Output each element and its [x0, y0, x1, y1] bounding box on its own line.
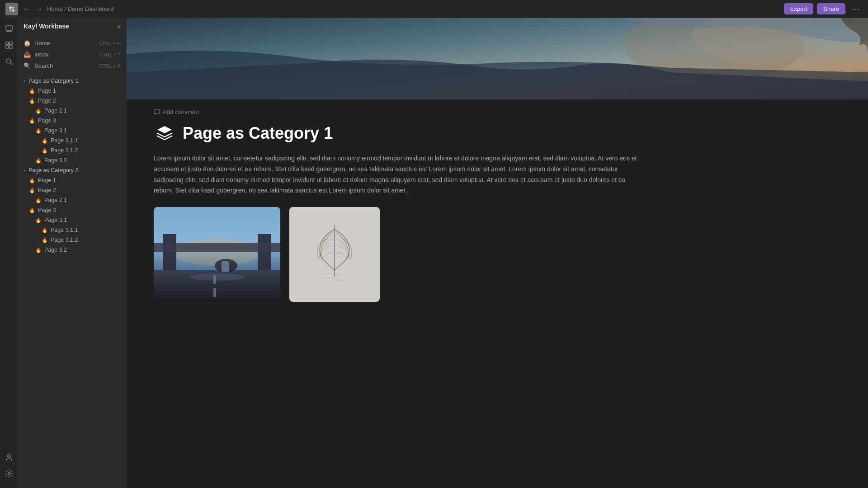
sidebar-item-cat1-page3-2[interactable]: 🔥 Page 3.2 + ··· — [18, 155, 126, 165]
cat1-page2-more[interactable]: ··· — [116, 98, 121, 104]
more-button[interactable]: ⋯ — [849, 3, 863, 15]
cat2-page2-1-more[interactable]: ··· — [116, 197, 121, 203]
svg-line-11 — [10, 63, 12, 65]
cat1-page3-add[interactable]: + — [111, 117, 114, 124]
cat2-page3-1-more[interactable]: ··· — [116, 217, 121, 223]
cat1-page3-2-more[interactable]: ··· — [116, 157, 121, 164]
sidebar-item-cat2-page3[interactable]: 🔥 Page 3 + ··· — [18, 205, 126, 215]
cat1-page2-add[interactable]: + — [111, 98, 114, 104]
comment-icon — [154, 109, 160, 115]
cat2-page3-add[interactable]: + — [111, 207, 114, 213]
sidebar-item-search[interactable]: 🔍 Search CTRL + K — [18, 60, 126, 71]
sidebar-item-cat2-page2[interactable]: 🔥 Page 2 + ··· — [18, 185, 126, 195]
pages-icon-btn[interactable] — [2, 22, 16, 36]
settings-icon-btn[interactable] — [2, 466, 16, 481]
share-button[interactable]: Share — [817, 3, 845, 14]
cat1-page3-2-label: Page 3.2 — [44, 157, 67, 164]
category1-add[interactable]: + — [111, 78, 114, 84]
cat1-page3-2-add[interactable]: + — [111, 157, 114, 164]
sidebar-item-cat2-page3-1-1[interactable]: 🔥 Page 3.1.1 + ··· — [18, 225, 126, 235]
sidebar-item-cat2-page3-2[interactable]: 🔥 Page 3.2 + ··· — [18, 245, 126, 255]
search-icon: 🔍 — [24, 62, 31, 69]
search-icon-btn[interactable] — [2, 54, 16, 69]
export-button[interactable]: Export — [784, 3, 814, 14]
svg-point-13 — [8, 473, 10, 475]
cat1-page1-more[interactable]: ··· — [116, 88, 121, 94]
sidebar-item-cat2-page3-1-2[interactable]: 🔥 Page 3.1.2 + ··· — [18, 235, 126, 245]
cat1-page3-1-1-more[interactable]: ··· — [116, 137, 121, 144]
page-title-icon — [154, 122, 175, 144]
cat2-page3-1-2-label: Page 3.1.2 — [51, 237, 78, 243]
sidebar-item-category2[interactable]: ▾ Page as Category 2 + ··· — [18, 165, 126, 175]
category1-more[interactable]: ··· — [116, 78, 121, 84]
page-icon: 🔥 — [35, 217, 42, 223]
cat2-page3-1-add[interactable]: + — [111, 217, 114, 223]
page-title: Page as Category 1 — [183, 124, 333, 143]
sidebar-item-inbox[interactable]: 📥 Inbox CTRL + T — [18, 49, 126, 60]
cat2-page2-1-add[interactable]: + — [111, 197, 114, 203]
forward-button[interactable]: → — [34, 5, 44, 14]
page-body: Lorem ipsum dolor sit amet, consetetur s… — [154, 153, 642, 196]
cat2-page3-1-1-add[interactable]: + — [111, 227, 114, 233]
cat2-page2-add[interactable]: + — [111, 187, 114, 193]
page-icon: 🔥 — [29, 188, 35, 193]
svg-point-1 — [12, 7, 14, 9]
svg-rect-6 — [6, 42, 9, 45]
cat1-page3-1-label: Page 3.1 — [44, 127, 67, 134]
page-icon: 🔥 — [42, 237, 48, 243]
cat1-page3-1-2-more[interactable]: ··· — [116, 147, 121, 154]
sidebar-item-cat2-page2-1[interactable]: 🔥 Page 2.1 + ··· — [18, 195, 126, 205]
cat1-page2-1-add[interactable]: + — [111, 108, 114, 114]
cat1-page3-1-1-add[interactable]: + — [111, 137, 114, 144]
sidebar-item-cat1-page2-1[interactable]: 🔥 Page 2.1 + ··· — [18, 106, 126, 116]
svg-rect-17 — [154, 109, 160, 113]
cat2-page3-more[interactable]: ··· — [116, 207, 121, 213]
page-icon: 🔥 — [29, 98, 35, 104]
sidebar-item-cat1-page3-1-2[interactable]: 🔥 Page 3.1.2 + ··· — [18, 145, 126, 155]
cat2-page1-add[interactable]: + — [111, 177, 114, 183]
sidebar-item-home[interactable]: 🏠 Home CTRL + H — [18, 38, 126, 49]
category2-more[interactable]: ··· — [116, 167, 121, 174]
cat2-page3-1-1-more[interactable]: ··· — [116, 227, 121, 233]
category2-add[interactable]: + — [111, 167, 114, 174]
breadcrumb: Home / Demo Dashboard — [47, 5, 113, 12]
sidebar-item-cat2-page1[interactable]: 🔥 Page 1 + ··· — [18, 175, 126, 185]
back-button[interactable]: ← — [22, 5, 32, 14]
cat1-page3-label: Page 3 — [38, 117, 56, 124]
breadcrumb-home[interactable]: Home — [47, 5, 63, 12]
page-icon: 🔥 — [35, 158, 42, 164]
cat2-page2-more[interactable]: ··· — [116, 187, 121, 193]
sidebar-collapse-button[interactable]: « — [117, 23, 121, 30]
cat1-page3-1-more[interactable]: ··· — [116, 127, 121, 134]
sidebar-item-cat1-page2[interactable]: 🔥 Page 2 + ··· — [18, 96, 126, 106]
sidebar-item-category1[interactable]: ▾ Page as Category 1 + ··· — [18, 76, 126, 86]
app-logo — [5, 3, 18, 15]
cat2-page3-2-more[interactable]: ··· — [116, 247, 121, 253]
cat1-page3-more[interactable]: ··· — [116, 117, 121, 124]
cat2-page3-1-2-add[interactable]: + — [111, 237, 114, 243]
cat2-page3-1-2-more[interactable]: ··· — [116, 237, 121, 243]
cat1-page3-1-add[interactable]: + — [111, 127, 114, 134]
breadcrumb-current: Demo Dashboard — [68, 5, 114, 12]
sidebar-item-cat1-page3-1-1[interactable]: 🔥 Page 3.1.1 + ··· — [18, 136, 126, 145]
inbox-shortcut: CTRL + T — [99, 52, 121, 57]
add-comment-bar[interactable]: Add comment — [154, 108, 642, 115]
cat1-page3-1-2-add[interactable]: + — [111, 147, 114, 154]
cat1-page2-1-more[interactable]: ··· — [116, 108, 121, 114]
blocks-icon-btn[interactable] — [2, 38, 16, 52]
sidebar-item-label-inbox: Inbox — [34, 51, 49, 58]
svg-rect-9 — [9, 46, 12, 48]
sidebar-item-label-search: Search — [34, 62, 53, 69]
sidebar-item-cat1-page3-1[interactable]: 🔥 Page 3.1 + ··· — [18, 126, 126, 136]
cat2-page3-2-add[interactable]: + — [111, 247, 114, 253]
cat2-page3-label: Page 3 — [38, 207, 56, 213]
sidebar-item-cat2-page3-1[interactable]: 🔥 Page 3.1 + ··· — [18, 215, 126, 225]
cat1-page1-add[interactable]: + — [111, 88, 114, 94]
svg-rect-25 — [213, 288, 216, 297]
sidebar-item-cat1-page1[interactable]: 🔥 Page 1 + ··· — [18, 86, 126, 96]
sidebar-item-cat1-page3[interactable]: 🔥 Page 3 + ··· — [18, 116, 126, 126]
cat2-page2-label: Page 2 — [38, 187, 56, 193]
user-icon-btn[interactable] — [2, 450, 16, 465]
svg-rect-22 — [154, 243, 280, 252]
cat2-page1-more[interactable]: ··· — [116, 177, 121, 183]
